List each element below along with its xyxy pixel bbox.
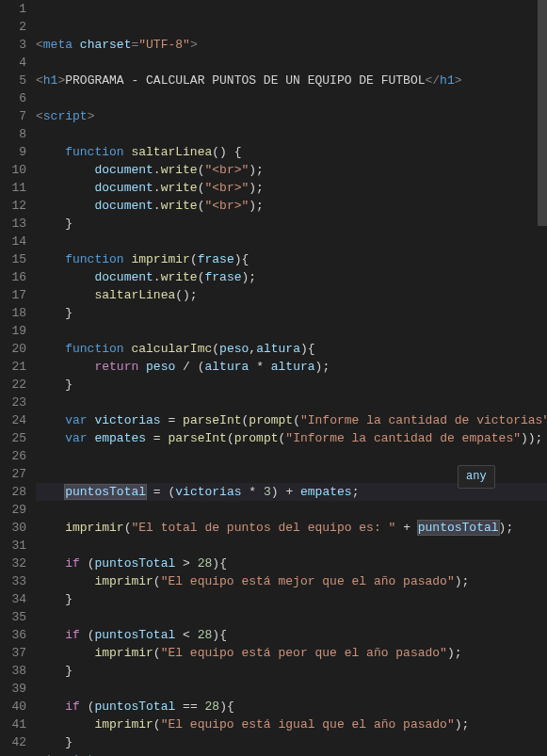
code-line[interactable]: }	[36, 215, 547, 233]
token-brace: )	[455, 574, 462, 588]
code-line[interactable]: imprimir("El equipo está igual que el añ…	[36, 716, 547, 733]
code-line[interactable]: }	[36, 376, 547, 394]
token-txt: .	[153, 181, 161, 195]
line-number: 19	[6, 322, 26, 340]
token-txt	[175, 556, 183, 571]
token-txt	[227, 145, 234, 159]
code-line[interactable]: </script>	[36, 751, 547, 756]
code-line[interactable]	[36, 447, 547, 465]
code-line[interactable]: document.write("<br>");	[36, 161, 547, 179]
code-line[interactable]: }	[36, 590, 547, 608]
code-line[interactable]: document.write("<br>");	[36, 197, 547, 215]
line-number-gutter: 1234567891011121314151617181920212223242…	[0, 0, 36, 756]
token-fn: parseInt	[168, 431, 226, 445]
token-str: "El total de puntos del equipo es: "	[131, 521, 395, 535]
token-txt	[36, 431, 65, 445]
token-txt	[36, 360, 94, 374]
token-var: victorias	[175, 485, 241, 499]
token-txt	[395, 521, 403, 535]
code-line[interactable]: return peso / (altura * altura);	[36, 358, 547, 376]
line-number: 39	[6, 680, 26, 698]
token-txt	[190, 556, 198, 571]
token-punct: <	[36, 73, 43, 88]
code-line[interactable]	[36, 501, 547, 519]
token-txt	[36, 735, 65, 749]
code-line[interactable]: <script>	[36, 107, 547, 125]
code-line[interactable]: function imprimir(frase){	[36, 250, 547, 268]
line-number: 32	[6, 555, 26, 572]
line-number: 30	[6, 519, 26, 537]
code-area[interactable]: <meta charset="UTF-8"><h1>PROGRAMA - CAL…	[36, 0, 547, 756]
token-txt	[293, 485, 300, 499]
token-op: =	[153, 485, 161, 499]
code-line[interactable]	[36, 608, 547, 626]
token-op: *	[249, 485, 256, 499]
token-txt	[36, 163, 94, 177]
line-number: 15	[6, 250, 26, 268]
token-txt	[146, 485, 153, 499]
token-kw: function	[65, 342, 123, 356]
scrollbar-thumb[interactable]	[538, 0, 547, 226]
line-number: 10	[6, 161, 26, 179]
code-line[interactable]: document.write(frase);	[36, 268, 547, 286]
token-fn: write	[161, 181, 198, 195]
token-var: frase	[204, 270, 241, 284]
code-line[interactable]: imprimir("El equipo está peor que el año…	[36, 644, 547, 662]
token-var: puntosTotal	[94, 628, 175, 642]
vertical-scrollbar[interactable]	[538, 0, 547, 756]
token-var: document	[94, 181, 153, 195]
token-txt: ;	[455, 646, 462, 660]
code-line[interactable]	[36, 54, 547, 72]
code-line[interactable]: <h1>PROGRAMA - CALCULAR PUNTOS DE UN EQU…	[36, 72, 547, 89]
token-brace: ()	[212, 145, 227, 159]
code-line[interactable]	[36, 680, 547, 698]
token-fn: prompt	[234, 431, 279, 445]
code-line[interactable]: saltarLinea();	[36, 286, 547, 304]
line-number: 18	[6, 304, 26, 322]
token-txt	[36, 288, 94, 302]
code-line[interactable]: function calcularImc(peso,altura){	[36, 340, 547, 358]
token-txt	[36, 592, 65, 606]
token-brace: (	[293, 413, 300, 427]
code-line[interactable]: }	[36, 662, 547, 680]
token-txt	[36, 145, 65, 159]
token-brace: )	[249, 181, 256, 195]
code-line[interactable]: var victorias = parseInt(prompt("Informe…	[36, 411, 547, 429]
line-number: 20	[6, 340, 26, 358]
code-line[interactable]	[36, 322, 547, 340]
token-txt	[36, 199, 94, 213]
code-line[interactable]: var empates = parseInt(prompt("Informe l…	[36, 429, 547, 447]
code-line[interactable]: imprimir("El equipo está mejor que el añ…	[36, 572, 547, 590]
code-line[interactable]: }	[36, 304, 547, 322]
token-kw: var	[65, 431, 87, 445]
code-line[interactable]: imprimir("El total de puntos del equipo …	[36, 519, 547, 537]
code-line[interactable]: if (puntosTotal == 28){	[36, 698, 547, 716]
code-line[interactable]	[36, 125, 547, 143]
code-line[interactable]: document.write("<br>");	[36, 179, 547, 197]
token-txt	[410, 521, 418, 535]
token-txt	[36, 717, 94, 732]
token-brace: )	[212, 628, 219, 642]
token-brace: (	[227, 431, 234, 445]
code-line[interactable]	[36, 537, 547, 555]
token-brace: ()	[175, 288, 190, 302]
code-line[interactable]: <meta charset="UTF-8">	[36, 36, 547, 54]
token-fn: imprimir	[94, 717, 153, 732]
code-line[interactable]: if (puntosTotal < 28){	[36, 626, 547, 644]
code-line[interactable]: if (puntosTotal > 28){	[36, 555, 547, 572]
code-line[interactable]	[36, 89, 547, 107]
token-punct: </	[426, 73, 441, 88]
code-line[interactable]: }	[36, 733, 547, 751]
code-line[interactable]	[36, 233, 547, 250]
token-brace: (	[153, 574, 161, 588]
token-op: <	[183, 628, 190, 642]
token-str: "UTF-8"	[138, 38, 190, 52]
code-line[interactable]	[36, 394, 547, 411]
token-var: victorias	[94, 413, 160, 427]
code-editor[interactable]: 1234567891011121314151617181920212223242…	[0, 0, 547, 756]
code-line[interactable]: function saltarLinea() {	[36, 143, 547, 161]
token-txt	[80, 556, 88, 571]
token-var: empates	[94, 431, 146, 445]
token-var: puntosTotal	[418, 521, 499, 535]
token-num: 28	[198, 556, 213, 571]
